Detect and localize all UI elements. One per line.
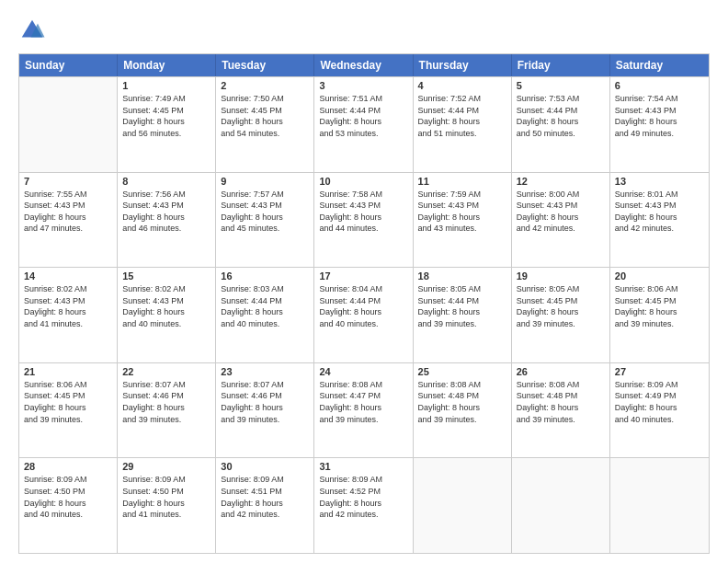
day-number: 16: [221, 270, 309, 282]
cell-line: Sunset: 4:45 PM: [221, 105, 309, 117]
cell-line: Daylight: 8 hours: [615, 306, 704, 318]
cell-line: and 50 minutes.: [517, 128, 605, 140]
cell-line: Sunrise: 7:52 AM: [418, 93, 506, 105]
day-number: 29: [122, 461, 210, 472]
cell-line: and 39 minutes.: [517, 414, 605, 426]
day-number: 10: [319, 176, 407, 187]
cell-line: Sunset: 4:43 PM: [517, 200, 605, 212]
cell-line: and 54 minutes.: [221, 128, 309, 140]
calendar-cell: 30Sunrise: 8:09 AMSunset: 4:51 PMDayligh…: [216, 458, 314, 553]
day-number: 15: [122, 270, 210, 282]
day-number: 19: [517, 270, 605, 282]
day-number: 4: [418, 80, 506, 91]
cell-line: Sunrise: 8:07 AM: [122, 379, 210, 391]
calendar-cell: 19Sunrise: 8:05 AMSunset: 4:45 PMDayligh…: [512, 268, 610, 362]
cell-line: Daylight: 8 hours: [221, 306, 309, 318]
cell-line: Sunrise: 8:03 AM: [221, 283, 309, 295]
cell-line: Sunrise: 8:08 AM: [517, 379, 605, 391]
cell-line: Sunrise: 8:02 AM: [122, 283, 210, 295]
cell-line: and 43 minutes.: [418, 223, 506, 235]
calendar-cell: 29Sunrise: 8:09 AMSunset: 4:50 PMDayligh…: [118, 458, 216, 553]
cell-line: Daylight: 8 hours: [24, 306, 112, 318]
page: SundayMondayTuesdayWednesdayThursdayFrid…: [0, 0, 728, 563]
cell-line: and 41 minutes.: [122, 509, 210, 521]
cell-line: Daylight: 8 hours: [24, 402, 112, 414]
cell-line: Daylight: 8 hours: [319, 212, 407, 224]
cell-line: and 42 minutes.: [615, 223, 704, 235]
cell-line: and 39 minutes.: [517, 318, 605, 330]
calendar-week: 7Sunrise: 7:55 AMSunset: 4:43 PMDaylight…: [19, 172, 709, 268]
cell-line: Sunset: 4:43 PM: [615, 105, 704, 117]
cell-line: Sunrise: 7:53 AM: [517, 93, 605, 105]
day-number: 13: [615, 176, 704, 187]
cell-line: Daylight: 8 hours: [418, 402, 506, 414]
cell-line: Sunset: 4:52 PM: [319, 486, 407, 498]
calendar-cell: 10Sunrise: 7:58 AMSunset: 4:43 PMDayligh…: [314, 173, 413, 268]
cell-line: and 41 minutes.: [24, 318, 112, 330]
cell-line: Sunset: 4:50 PM: [122, 486, 210, 498]
calendar-week: 1Sunrise: 7:49 AMSunset: 4:45 PMDaylight…: [19, 76, 709, 172]
calendar-cell: 23Sunrise: 8:07 AMSunset: 4:46 PMDayligh…: [216, 363, 314, 458]
calendar-header-cell: Saturday: [610, 54, 709, 76]
day-number: 1: [122, 80, 210, 91]
cell-line: Sunset: 4:48 PM: [418, 390, 506, 402]
calendar-cell: 26Sunrise: 8:08 AMSunset: 4:48 PMDayligh…: [512, 363, 610, 458]
cell-line: Sunrise: 7:56 AM: [122, 189, 210, 201]
cell-line: Daylight: 8 hours: [319, 306, 407, 318]
cell-line: Daylight: 8 hours: [319, 116, 407, 128]
day-number: 14: [24, 270, 112, 282]
day-number: 30: [221, 461, 309, 472]
calendar-cell: 1Sunrise: 7:49 AMSunset: 4:45 PMDaylight…: [118, 77, 216, 172]
cell-line: Daylight: 8 hours: [615, 212, 704, 224]
cell-line: and 39 minutes.: [418, 414, 506, 426]
cell-line: Sunset: 4:43 PM: [418, 200, 506, 212]
calendar-cell: 27Sunrise: 8:09 AMSunset: 4:49 PMDayligh…: [610, 363, 709, 458]
cell-line: and 47 minutes.: [24, 223, 112, 235]
cell-line: Sunset: 4:45 PM: [517, 295, 605, 307]
day-number: 3: [319, 80, 407, 91]
calendar-cell: 8Sunrise: 7:56 AMSunset: 4:43 PMDaylight…: [118, 173, 216, 268]
day-number: 7: [24, 176, 112, 187]
logo-icon: [18, 17, 46, 44]
calendar-cell: [19, 77, 118, 172]
cell-line: Sunset: 4:45 PM: [615, 295, 704, 307]
cell-line: and 42 minutes.: [221, 509, 309, 521]
cell-line: Sunrise: 8:04 AM: [319, 283, 407, 295]
calendar-cell: 13Sunrise: 8:01 AMSunset: 4:43 PMDayligh…: [610, 173, 709, 268]
cell-line: and 39 minutes.: [221, 414, 309, 426]
day-number: 28: [24, 461, 112, 472]
cell-line: and 39 minutes.: [122, 414, 210, 426]
cell-line: Daylight: 8 hours: [517, 116, 605, 128]
calendar-week: 21Sunrise: 8:06 AMSunset: 4:45 PMDayligh…: [19, 362, 709, 458]
cell-line: Sunset: 4:46 PM: [221, 390, 309, 402]
cell-line: Sunrise: 7:50 AM: [221, 93, 309, 105]
calendar-header-cell: Sunday: [19, 54, 118, 76]
calendar-cell: 18Sunrise: 8:05 AMSunset: 4:44 PMDayligh…: [414, 268, 512, 362]
day-number: 21: [24, 366, 112, 377]
cell-line: and 51 minutes.: [418, 128, 506, 140]
cell-line: Sunrise: 7:55 AM: [24, 189, 112, 201]
cell-line: Daylight: 8 hours: [24, 212, 112, 224]
cell-line: Sunrise: 8:08 AM: [418, 379, 506, 391]
calendar-cell: 5Sunrise: 7:53 AMSunset: 4:44 PMDaylight…: [512, 77, 610, 172]
cell-line: Daylight: 8 hours: [221, 402, 309, 414]
cell-line: Sunset: 4:44 PM: [319, 295, 407, 307]
cell-line: Sunrise: 8:05 AM: [418, 283, 506, 295]
cell-line: Sunset: 4:43 PM: [319, 200, 407, 212]
cell-line: Sunrise: 8:07 AM: [221, 379, 309, 391]
day-number: 20: [615, 270, 704, 282]
calendar-cell: 16Sunrise: 8:03 AMSunset: 4:44 PMDayligh…: [216, 268, 314, 362]
cell-line: Sunset: 4:45 PM: [122, 105, 210, 117]
day-number: 11: [418, 176, 506, 187]
header: [18, 17, 710, 44]
cell-line: and 42 minutes.: [517, 223, 605, 235]
calendar-header: SundayMondayTuesdayWednesdayThursdayFrid…: [19, 54, 709, 76]
cell-line: Sunrise: 8:09 AM: [319, 474, 407, 486]
cell-line: and 39 minutes.: [319, 414, 407, 426]
cell-line: Sunset: 4:44 PM: [418, 295, 506, 307]
cell-line: Daylight: 8 hours: [418, 306, 506, 318]
day-number: 5: [517, 80, 605, 91]
calendar-cell: 12Sunrise: 8:00 AMSunset: 4:43 PMDayligh…: [512, 173, 610, 268]
cell-line: Sunrise: 8:09 AM: [122, 474, 210, 486]
cell-line: Daylight: 8 hours: [122, 498, 210, 510]
